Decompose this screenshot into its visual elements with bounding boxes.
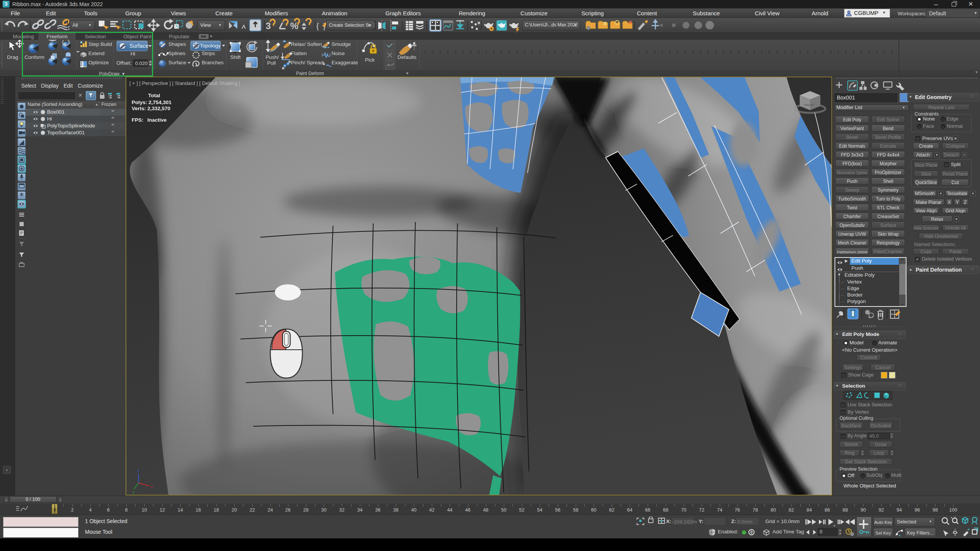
svg-text:Total: Total xyxy=(148,93,160,98)
svg-text:Inactive: Inactive xyxy=(147,117,167,123)
svg-text:Polys:: Polys: xyxy=(132,99,147,105)
svg-text:Verts:: Verts: xyxy=(132,106,146,111)
svg-text:3: 3 xyxy=(266,21,271,31)
svg-text:x: x xyxy=(151,484,153,489)
svg-text:y: y xyxy=(132,490,135,494)
svg-text:Topology: Topology xyxy=(200,43,220,49)
svg-text:FRONT: FRONT xyxy=(804,103,815,107)
svg-text:2,332,570: 2,332,570 xyxy=(147,106,170,111)
svg-text:[ + ] [ Perspective ] [ Standa: [ + ] [ Perspective ] [ Standard ] [ Def… xyxy=(129,80,240,86)
svg-text:%: % xyxy=(290,21,298,31)
svg-text:2,754,301: 2,754,301 xyxy=(149,99,172,105)
svg-text:z: z xyxy=(137,468,139,473)
svg-text:FPS:: FPS: xyxy=(132,117,144,123)
svg-text:{: { xyxy=(316,21,319,30)
